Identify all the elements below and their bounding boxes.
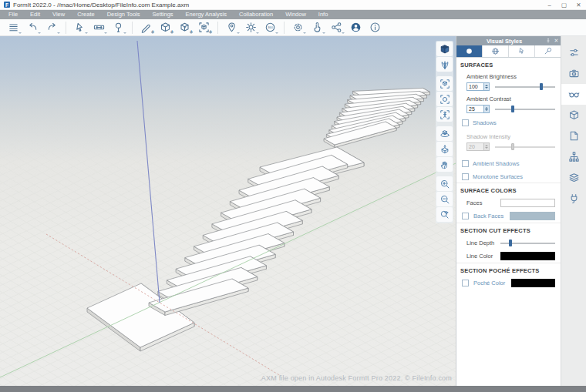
tab-selection[interactable]: [509, 45, 535, 57]
measure-icon: [93, 22, 105, 33]
settings-button[interactable]: [288, 20, 308, 35]
zoom-in-icon: [440, 179, 450, 189]
select-tool-button[interactable]: [70, 20, 89, 35]
camera-icon: [568, 68, 580, 79]
pan-tool-button[interactable]: [436, 157, 453, 172]
minimize-button[interactable]: –: [542, 0, 557, 9]
plus-badge: +: [151, 29, 154, 35]
menu-energy-analysis[interactable]: Energy Analysis: [180, 10, 233, 19]
close-button[interactable]: ✕: [571, 0, 586, 9]
account-button[interactable]: [346, 20, 365, 35]
zoom-in-tool-button[interactable]: [436, 176, 453, 191]
cubeo-icon: [568, 109, 580, 121]
line-depth-slider[interactable]: [500, 239, 555, 247]
visual-styles-panel: Visual Styles ✕ SURFACES Ambient Brightn…: [456, 36, 561, 386]
menu-settings[interactable]: Settings: [146, 10, 179, 19]
model-views-panel-button[interactable]: [561, 105, 586, 126]
poche-color-checkbox[interactable]: [462, 280, 469, 286]
zoom-window-tool-button[interactable]: [436, 192, 453, 206]
spinner-arrows-icon[interactable]: [483, 106, 489, 112]
menu-file[interactable]: File: [2, 10, 24, 19]
faces-color-swatch[interactable]: [500, 199, 555, 207]
ambient-contrast-spinner[interactable]: 25: [466, 105, 490, 113]
spinner-arrows-icon[interactable]: [483, 83, 489, 90]
page-icon: [568, 130, 580, 142]
close-panel-icon[interactable]: ✕: [552, 38, 561, 44]
ambient-brightness-spinner[interactable]: 100: [466, 82, 490, 91]
menu-window[interactable]: Window: [279, 10, 312, 19]
plugins-panel-button[interactable]: [561, 188, 586, 209]
primitives-tool-button[interactable]: +: [156, 20, 175, 35]
ambient-contrast-slider[interactable]: [495, 105, 555, 113]
first-person-view-button[interactable]: [436, 107, 453, 122]
plus-badge: +: [209, 29, 212, 35]
cursor-icon: [517, 47, 526, 55]
frame-selection-button[interactable]: [436, 92, 453, 106]
view-mode-3d-button[interactable]: [436, 42, 453, 56]
redo-button[interactable]: [42, 20, 62, 35]
sun-study-tool-button[interactable]: [241, 20, 261, 35]
poche-color-swatch[interactable]: [511, 279, 555, 287]
location-tool-button[interactable]: [222, 20, 241, 35]
toolbar-separator: [66, 22, 66, 34]
visual-styles-panel-button[interactable]: [561, 84, 586, 105]
cube-icon: [160, 22, 171, 33]
balloon-tool-button[interactable]: [109, 20, 128, 35]
menu-view[interactable]: View: [46, 10, 71, 19]
pin-panel-icon[interactable]: [544, 38, 552, 44]
gear-icon: [292, 22, 304, 33]
frame-model-button[interactable]: [436, 76, 453, 91]
menu-design-tools[interactable]: Design Tools: [101, 10, 146, 19]
orbit-icon: [440, 129, 450, 139]
zoom-fit-tool-button[interactable]: [436, 207, 453, 222]
dynamo-tool-button[interactable]: +: [175, 20, 194, 35]
layers-panel-button[interactable]: [561, 167, 586, 188]
menu-collaboration[interactable]: Collaboration: [233, 10, 279, 19]
look-at-tool-button[interactable]: [436, 142, 453, 156]
toolbar-separator: [132, 22, 133, 34]
panel-tabs: [456, 45, 561, 58]
back-faces-checkbox[interactable]: [462, 213, 469, 219]
group-tool-button[interactable]: +: [194, 20, 214, 35]
share-icon: [331, 22, 342, 33]
sliders-icon: [568, 47, 580, 59]
touch-mode-button[interactable]: [308, 20, 327, 35]
sketch-tool-button[interactable]: +: [136, 20, 156, 35]
menu-info[interactable]: Info: [312, 10, 335, 19]
tab-environment[interactable]: [483, 45, 509, 57]
reset-home-view-button[interactable]: [436, 57, 453, 72]
levels-panel-button[interactable]: [561, 126, 586, 146]
network-icon: [568, 151, 580, 162]
poche-color-label: Poché Color: [473, 280, 505, 286]
frame-circle-icon: [440, 94, 450, 105]
tab-advanced[interactable]: [535, 45, 561, 57]
orbit-tool-button[interactable]: [436, 126, 453, 141]
view-360-button[interactable]: 360: [261, 20, 280, 35]
ambient-shadows-checkbox[interactable]: [462, 160, 469, 167]
tab-surfaces[interactable]: [456, 45, 483, 57]
info-button[interactable]: [365, 20, 385, 35]
plus-badge: +: [170, 29, 173, 35]
main-menu-button[interactable]: [4, 20, 23, 35]
adjustments-panel-button[interactable]: [561, 42, 586, 63]
monotone-surfaces-checkbox[interactable]: [462, 173, 469, 180]
scenes-panel-button[interactable]: [561, 63, 586, 84]
share-button[interactable]: [327, 20, 346, 35]
undo-button[interactable]: [23, 20, 42, 35]
window-title: FormIt 2022.0 - //mac/Home/Desktop/FileI…: [13, 2, 189, 8]
measure-tool-button[interactable]: [89, 20, 109, 35]
viewport-canvas-staircase-model[interactable]: [0, 36, 456, 386]
back-faces-color-swatch[interactable]: [510, 212, 555, 220]
view-toolbar-group: [436, 176, 453, 223]
menu-create[interactable]: Create: [71, 10, 101, 19]
line-color-swatch[interactable]: [500, 252, 555, 260]
faces-label: Faces: [466, 199, 496, 206]
workflows-panel-button[interactable]: [561, 146, 586, 167]
ambient-brightness-slider[interactable]: [495, 82, 555, 91]
surface-colors-heading: SURFACE COLORS: [456, 183, 561, 196]
shadows-checkbox[interactable]: [462, 119, 469, 126]
cube3d-icon: [440, 44, 450, 55]
maximize-button[interactable]: ▢: [557, 0, 571, 9]
viewport[interactable]: .AXM file open in Autodesk FormIt Pro 20…: [0, 36, 456, 386]
menu-edit[interactable]: Edit: [24, 10, 46, 19]
